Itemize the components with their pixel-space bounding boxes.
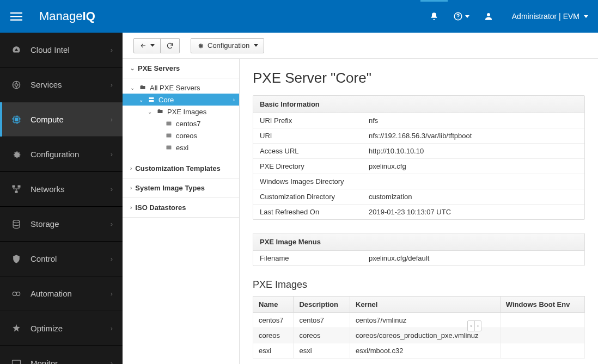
nav-monitor[interactable]: Monitor › (0, 346, 123, 364)
accordion-sys-image-types[interactable]: › System Image Types (123, 178, 239, 198)
info-val (362, 174, 584, 189)
svg-point-13 (13, 220, 20, 223)
chevron-right-icon: › (130, 205, 132, 211)
refresh-icon (166, 42, 174, 50)
svg-rect-12 (15, 190, 18, 193)
chevron-right-icon: › (111, 115, 113, 124)
nav-cloud-intel[interactable]: Cloud Intel › (0, 33, 123, 67)
info-val: pxelinux.cfg/default (362, 251, 584, 266)
table-row[interactable]: coreos coreos coreos/coreos_production_p… (253, 328, 585, 343)
hamburger-button[interactable] (0, 0, 33, 33)
topbar: ManageIQ Administrator | EVM (0, 0, 598, 33)
svg-rect-11 (18, 185, 21, 187)
nav-compute[interactable]: Compute › (0, 102, 123, 137)
table-header-row: Name Description Kernel Windows Boot Env (253, 297, 585, 313)
topbar-right: Administrator | EVM (420, 0, 598, 33)
cell-name: esxi (253, 343, 294, 359)
help-button[interactable] (448, 0, 475, 33)
chevron-right-icon: › (233, 97, 235, 103)
notifications-button[interactable] (420, 0, 448, 33)
table-row[interactable]: esxi esxi esxi/mboot.c32 (253, 343, 585, 359)
table-row[interactable]: centos7 centos7 centos7/vmlinuz (253, 313, 585, 328)
image-icon (164, 132, 174, 139)
menu-icon (10, 10, 22, 22)
image-icon (164, 144, 174, 151)
menus-table: Filenamepxelinux.cfg/default (253, 251, 584, 266)
nav-automation[interactable]: Automation › (0, 276, 123, 311)
gear-icon (10, 149, 23, 160)
chevron-right-icon: › (111, 324, 113, 332)
col-kernel: Kernel (350, 297, 501, 313)
compute-icon (10, 114, 23, 125)
refresh-button[interactable] (161, 38, 180, 53)
accordion-iso-datastores[interactable]: › ISO Datastores (123, 198, 239, 218)
chevron-right-icon: › (111, 185, 113, 193)
tree-leaf-centos7[interactable]: centos7 (123, 118, 239, 129)
info-val: customization (362, 189, 584, 205)
chevron-right-icon: › (111, 255, 113, 263)
chevron-down-icon: ⌄ (147, 109, 153, 115)
col-desc: Description (294, 297, 350, 313)
info-key: Filename (253, 251, 362, 266)
table-row: Last Refreshed On2019-01-23 10:13:07 UTC (253, 205, 584, 220)
storage-icon (10, 219, 23, 230)
col-name: Name (253, 297, 294, 313)
svg-rect-9 (15, 118, 18, 121)
chevron-right-icon: › (111, 289, 113, 298)
history-group (133, 38, 180, 53)
info-key: URI (253, 128, 362, 144)
accordion-label: System Image Types (135, 184, 205, 192)
collapse-left[interactable]: ‹ (468, 321, 474, 331)
chevron-right-icon: › (111, 81, 113, 89)
nav-configuration[interactable]: Configuration › (0, 137, 123, 172)
tree-label: coreos (176, 132, 197, 140)
left-nav: Cloud Intel › Services › Compute › Confi… (0, 33, 123, 364)
nav-control[interactable]: Control › (0, 242, 123, 276)
svg-point-5 (487, 13, 490, 16)
svg-point-15 (16, 292, 20, 295)
nav-optimize[interactable]: Optimize › (0, 311, 123, 346)
tree-leaf-coreos[interactable]: coreos (123, 129, 239, 141)
tree-label: esxi (176, 144, 188, 152)
tree-core[interactable]: ⌄ Core › (123, 94, 239, 106)
back-button[interactable] (133, 38, 161, 53)
svg-rect-20 (167, 134, 172, 138)
nav-label: Monitor (30, 359, 111, 364)
network-icon (10, 184, 23, 195)
accordion-pxe-servers[interactable]: ⌄ PXE Servers (123, 59, 239, 78)
info-key: Access URL (253, 144, 362, 159)
pxe-images-table: Name Description Kernel Windows Boot Env… (253, 296, 585, 359)
cell-desc: centos7 (294, 313, 350, 328)
folder-icon (138, 84, 148, 91)
nav-storage[interactable]: Storage › (0, 207, 123, 242)
nav-networks[interactable]: Networks › (0, 172, 123, 207)
nav-services[interactable]: Services › (0, 67, 123, 102)
caret-down-icon (254, 44, 258, 47)
cell-wbe (500, 343, 584, 359)
section-heading: PXE Images (253, 279, 585, 291)
info-key: Last Refreshed On (253, 205, 362, 220)
info-val: nfs (362, 113, 584, 128)
tree-label: PXE Images (167, 108, 206, 116)
panel-heading: Basic Information (253, 96, 584, 113)
chevron-down-icon: ⌄ (138, 97, 144, 103)
info-key: Windows Images Directory (253, 174, 362, 189)
accordion-cust-templates[interactable]: › Customization Templates (123, 159, 239, 178)
configuration-button[interactable]: Configuration (191, 38, 264, 53)
cell-wbe (500, 328, 584, 343)
collapse-right[interactable]: › (474, 321, 481, 331)
table-row: Access URLhttp://10.10.10.10 (253, 144, 584, 159)
chevron-right-icon: › (111, 359, 113, 364)
tree-all-pxe-servers[interactable]: ⌄ All PXE Servers (123, 82, 239, 94)
chevron-right-icon: › (130, 185, 132, 191)
user-icon-button[interactable] (475, 0, 502, 33)
chevron-right-icon: › (111, 150, 113, 158)
tree-pxe-images[interactable]: ⌄ PXE Images (123, 106, 239, 118)
col-wbe: Windows Boot Env (500, 297, 584, 313)
nav-label: Services (30, 80, 111, 89)
folder-icon (155, 108, 165, 115)
info-key: Customization Directory (253, 189, 362, 205)
basic-info-panel: Basic Information URI Prefixnfs URInfs:/… (253, 95, 585, 220)
user-menu[interactable]: Administrator | EVM (502, 12, 598, 21)
tree-leaf-esxi[interactable]: esxi (123, 141, 239, 153)
